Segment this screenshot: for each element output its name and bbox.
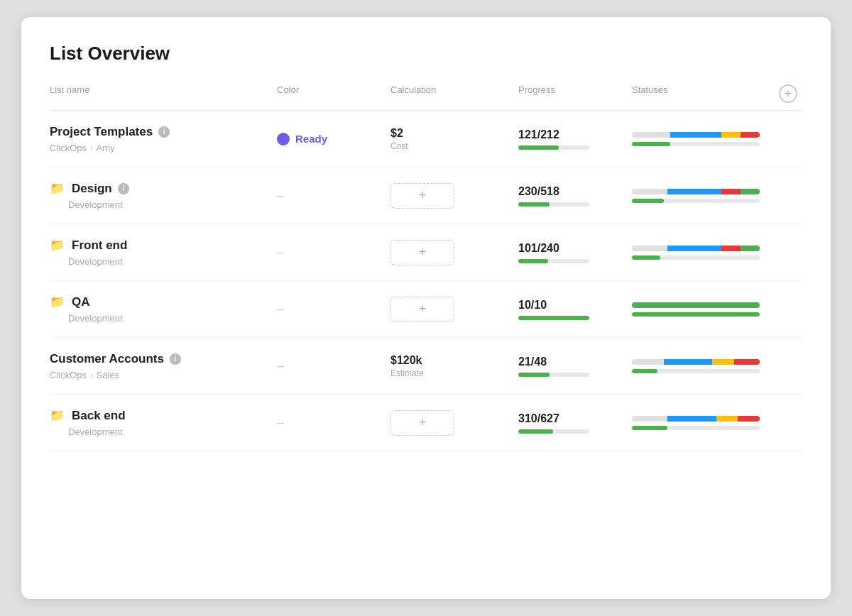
add-calculation-button[interactable]: + — [390, 240, 454, 265]
row-name-cell: Project Templates i ClickOps › Amy — [50, 125, 277, 153]
row-name-top: Customer Accounts i — [50, 352, 277, 366]
page-title: List Overview — [50, 43, 802, 65]
add-list-button[interactable]: + — [779, 84, 797, 103]
table-row: 📁 Front end Development – + 101/240 — [50, 224, 802, 281]
color-col: – — [277, 415, 390, 430]
progress-bar-fill — [518, 316, 589, 320]
row-sub: Development — [50, 427, 277, 437]
statuses-cell — [632, 189, 774, 203]
col-header-add: + — [774, 84, 802, 103]
statuses-cell — [632, 359, 774, 373]
progress-fraction: 121/212 — [518, 128, 632, 141]
row-name-cell: 📁 Back end Development — [50, 408, 277, 437]
row-main-name[interactable]: Front end — [72, 238, 127, 253]
status-segment — [670, 132, 721, 138]
status-progress-wrap — [632, 199, 760, 203]
progress-cell: 101/240 — [518, 242, 632, 263]
calc-cell-empty[interactable]: + — [390, 297, 518, 322]
status-segment — [738, 416, 760, 422]
status-bar — [632, 416, 760, 422]
progress-bar — [518, 259, 589, 263]
breadcrumb-part1: Development — [68, 199, 123, 210]
add-calculation-button[interactable]: + — [390, 410, 454, 436]
row-main-name[interactable]: Project Templates — [50, 125, 153, 139]
calc-cell-empty[interactable]: + — [390, 410, 518, 436]
color-col: – — [277, 245, 390, 260]
color-label[interactable]: Ready — [295, 133, 327, 145]
status-segment — [632, 302, 760, 308]
calc-label: Cost — [390, 141, 518, 151]
progress-cell: 310/627 — [518, 412, 632, 434]
calc-cell-empty[interactable]: + — [390, 240, 518, 265]
row-main-name[interactable]: Design — [72, 182, 112, 196]
status-segment — [632, 416, 667, 422]
row-main-name[interactable]: QA — [72, 295, 90, 309]
status-bar — [632, 132, 760, 138]
statuses-cell — [632, 416, 774, 430]
progress-bar — [518, 429, 589, 434]
row-name-cell: 📁 QA Development — [50, 295, 277, 324]
row-sub: ClickOps › Sales — [50, 370, 277, 380]
status-progress-fill — [632, 369, 657, 373]
breadcrumb-arrow: › — [90, 370, 93, 379]
row-main-name[interactable]: Customer Accounts — [50, 352, 164, 366]
row-sub: Development — [50, 199, 277, 210]
calc-value: $2 — [390, 127, 518, 140]
progress-fraction: 310/627 — [518, 412, 632, 425]
color-cell: – — [277, 358, 390, 373]
row-name-top: 📁 QA — [50, 295, 277, 309]
progress-fraction: 21/48 — [518, 356, 632, 368]
add-calculation-button[interactable]: + — [390, 297, 454, 322]
info-icon[interactable]: i — [170, 353, 181, 365]
table-row: 📁 Back end Development – + 310/627 — [50, 395, 802, 451]
table-body: Project Templates i ClickOps › Amy Ready… — [50, 111, 802, 451]
calc-cell: $2 Cost — [390, 127, 518, 151]
color-dash: – — [277, 245, 284, 260]
color-col: Ready — [277, 133, 390, 145]
info-icon[interactable]: i — [158, 126, 170, 138]
status-progress-fill — [632, 426, 667, 430]
calc-label: Estimate — [390, 368, 518, 378]
status-segment — [721, 246, 741, 251]
status-segment — [721, 132, 741, 138]
progress-bar-fill — [518, 373, 550, 377]
row-sub: Development — [50, 313, 277, 324]
status-segment — [741, 246, 760, 251]
status-segment — [741, 189, 760, 194]
color-col: – — [277, 358, 390, 373]
col-header-statuses: Statuses — [632, 84, 774, 103]
row-main-name[interactable]: Back end — [72, 409, 126, 423]
table-row: Customer Accounts i ClickOps › Sales – $… — [50, 338, 802, 395]
status-bar — [632, 302, 760, 308]
folder-icon: 📁 — [50, 295, 65, 309]
status-segment — [667, 189, 721, 194]
breadcrumb-part1: Development — [68, 427, 123, 437]
status-segment — [721, 189, 741, 194]
color-cell: Ready — [277, 133, 390, 145]
progress-bar — [518, 202, 589, 207]
progress-cell: 21/48 — [518, 356, 632, 377]
status-segment — [734, 359, 760, 365]
statuses-cell — [632, 246, 774, 260]
status-progress-fill — [632, 199, 664, 203]
status-segment — [667, 246, 721, 251]
row-name-top: 📁 Back end — [50, 408, 277, 423]
progress-bar-fill — [518, 259, 548, 263]
add-calculation-button[interactable]: + — [390, 183, 454, 209]
progress-bar — [518, 145, 589, 150]
statuses-cell — [632, 302, 774, 317]
status-segment — [632, 132, 670, 138]
color-col: – — [277, 188, 390, 203]
folder-icon: 📁 — [50, 238, 65, 253]
calc-col: + — [390, 240, 518, 265]
color-cell: – — [277, 302, 390, 317]
calc-cell-empty[interactable]: + — [390, 183, 518, 209]
row-sub: ClickOps › Amy — [50, 143, 277, 153]
info-icon[interactable]: i — [118, 183, 129, 194]
progress-fraction: 10/10 — [518, 299, 632, 312]
status-progress-wrap — [632, 255, 760, 260]
breadcrumb-part2: Amy — [97, 143, 115, 153]
progress-bar-fill — [518, 202, 550, 207]
status-progress-wrap — [632, 369, 760, 373]
progress-cell: 121/212 — [518, 128, 632, 150]
